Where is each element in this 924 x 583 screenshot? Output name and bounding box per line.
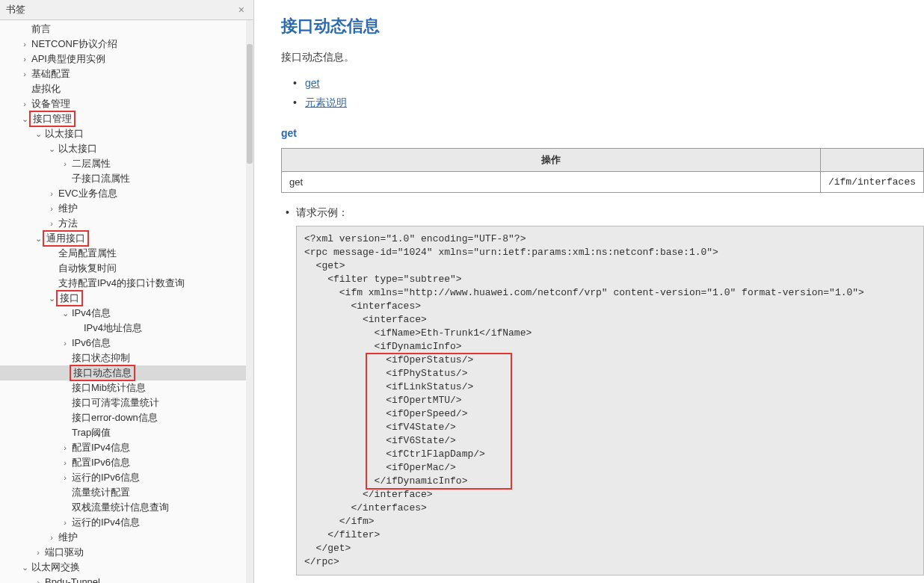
chevron-down-icon[interactable]: ⌄ [19, 111, 30, 126]
link-get[interactable]: get [305, 77, 319, 89]
tree-item-bpdu[interactable]: ›Bpdu-Tunnel [0, 575, 253, 583]
tree-item-basic[interactable]: ›基础配置 [0, 67, 253, 81]
tree-item-clearstats[interactable]: ›接口可清零流量统计 [0, 395, 253, 410]
request-label: 请求示例： [281, 206, 924, 220]
close-icon[interactable]: × [235, 4, 247, 16]
chevron-down-icon[interactable]: ⌄ [46, 291, 57, 306]
tree-item-flowcfg[interactable]: ›流量统计配置 [0, 485, 253, 500]
link-elements[interactable]: 元素说明 [305, 96, 347, 108]
tree-item-generic[interactable]: ⌄通用接口 [0, 231, 253, 246]
tree-item-runipv6[interactable]: ›运行的IPv6信息 [0, 470, 253, 485]
chevron-down-icon[interactable]: ⌄ [46, 141, 57, 156]
chevron-right-icon[interactable]: › [19, 37, 30, 52]
tree-item-l2attr[interactable]: ›二层属性 [0, 156, 253, 171]
bookmark-sidebar: 书签 × ›前言 ›NETCONF协议介绍 ›API典型使用实例 ›基础配置 ›… [0, 0, 254, 583]
tree-item-preface[interactable]: ›前言 [0, 22, 253, 37]
tree-item-ipv6info[interactable]: ›IPv6信息 [0, 336, 253, 351]
chevron-down-icon[interactable]: ⌄ [33, 231, 43, 246]
chevron-right-icon[interactable]: › [46, 216, 57, 231]
tree-item-ipv4cnt[interactable]: ›支持配置IPv4的接口计数查询 [0, 276, 253, 291]
td-op: get [282, 172, 821, 193]
chevron-down-icon[interactable]: ⌄ [19, 560, 30, 575]
tree-item-statsuppress[interactable]: ›接口状态抑制 [0, 351, 253, 365]
tree-item-dyninfo[interactable]: ›接口动态信息 [0, 365, 253, 380]
chevron-right-icon[interactable]: › [33, 575, 43, 583]
request-code: <?xml version="1.0" encoding="UTF-8"?> <… [296, 226, 924, 576]
chevron-right-icon[interactable]: › [46, 186, 57, 201]
scrollbar-thumb[interactable] [247, 44, 253, 164]
bookmark-tree[interactable]: ›前言 ›NETCONF协议介绍 ›API典型使用实例 ›基础配置 ›虚拟化 ›… [0, 20, 253, 583]
chevron-right-icon[interactable]: › [46, 530, 57, 545]
tree-item-mibstats[interactable]: ›接口Mib统计信息 [0, 380, 253, 395]
tree-item-ethif[interactable]: ⌄以太接口 [0, 126, 253, 141]
tree-item-device[interactable]: ›设备管理 [0, 96, 253, 111]
th-path [820, 149, 923, 172]
chevron-right-icon[interactable]: › [60, 336, 70, 351]
tree-item-autorestore[interactable]: ›自动恢复时间 [0, 261, 253, 276]
section-get: get [281, 127, 924, 139]
tree-item-cfgipv6[interactable]: ›配置IPv6信息 [0, 455, 253, 470]
tree-item-maint2[interactable]: ›维护 [0, 530, 253, 545]
tree-item-maint1[interactable]: ›维护 [0, 201, 253, 216]
tree-item-trap[interactable]: ›Trap阈值 [0, 425, 253, 440]
tree-item-netconf[interactable]: ›NETCONF协议介绍 [0, 37, 253, 52]
chevron-right-icon[interactable]: › [60, 455, 70, 470]
chevron-right-icon[interactable]: › [19, 67, 30, 81]
th-operation: 操作 [282, 149, 821, 172]
page-title: 接口动态信息 [281, 15, 924, 37]
chevron-right-icon[interactable]: › [19, 96, 30, 111]
chevron-down-icon[interactable]: ⌄ [33, 126, 43, 141]
chevron-right-icon[interactable]: › [60, 515, 70, 530]
page-subtitle: 接口动态信息。 [281, 51, 924, 64]
highlight-box [366, 353, 512, 490]
tree-item-dualstack[interactable]: ›双栈流量统计信息查询 [0, 500, 253, 515]
tree-item-ethswitch[interactable]: ⌄以太网交换 [0, 560, 253, 575]
tree-item-ethif2[interactable]: ⌄以太接口 [0, 141, 253, 156]
td-path: /ifm/interfaces [820, 172, 923, 193]
tree-item-ipv4info[interactable]: ⌄IPv4信息 [0, 306, 253, 321]
tree-item-api[interactable]: ›API典型使用实例 [0, 52, 253, 67]
anchor-links: get 元素说明 [281, 73, 924, 112]
operation-table: 操作 get /ifm/interfaces [281, 148, 924, 193]
tree-item-portdrv[interactable]: ›端口驱动 [0, 545, 253, 560]
tree-item-iface[interactable]: ⌄接口 [0, 291, 253, 306]
tree-item-subflow[interactable]: ›子接口流属性 [0, 171, 253, 186]
chevron-right-icon[interactable]: › [60, 470, 70, 485]
tree-item-cfgipv4[interactable]: ›配置IPv4信息 [0, 440, 253, 455]
tree-item-ifmgmt[interactable]: ⌄接口管理 [0, 111, 253, 126]
tree-item-errdown[interactable]: ›接口error-down信息 [0, 410, 253, 425]
tree-scrollbar[interactable] [246, 20, 253, 583]
sidebar-header: 书签 × [0, 0, 253, 20]
chevron-right-icon[interactable]: › [60, 156, 70, 171]
tree-item-evc[interactable]: ›EVC业务信息 [0, 186, 253, 201]
chevron-down-icon[interactable]: ⌄ [60, 306, 70, 321]
tree-item-ipv4addr[interactable]: ›IPv4地址信息 [0, 321, 253, 336]
sidebar-title: 书签 [6, 3, 25, 16]
chevron-right-icon[interactable]: › [19, 52, 30, 67]
tree-item-runipv4[interactable]: ›运行的IPv4信息 [0, 515, 253, 530]
content-pane: 接口动态信息 接口动态信息。 get 元素说明 get 操作 get /ifm/… [254, 0, 924, 583]
chevron-right-icon[interactable]: › [46, 201, 57, 216]
chevron-right-icon[interactable]: › [33, 545, 43, 560]
tree-item-virt[interactable]: ›虚拟化 [0, 81, 253, 96]
tree-item-method[interactable]: ›方法 [0, 216, 253, 231]
tree-item-globalcfg[interactable]: ›全局配置属性 [0, 246, 253, 261]
chevron-right-icon[interactable]: › [60, 440, 70, 455]
